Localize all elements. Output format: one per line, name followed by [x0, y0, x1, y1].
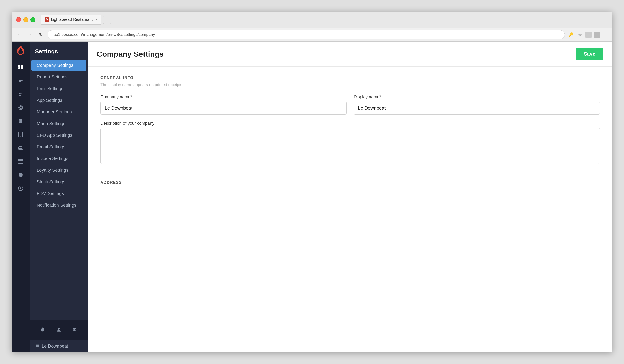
- sidebar-header: Settings: [29, 42, 88, 59]
- sidebar-item-fdm[interactable]: FDM Settings: [31, 188, 86, 199]
- company-name-group: Company name*: [101, 94, 346, 115]
- svg-point-9: [19, 105, 23, 110]
- general-info-section: GENERAL INFO The display name appears on…: [88, 67, 612, 173]
- rail-tablet-icon[interactable]: [15, 129, 26, 140]
- general-info-desc: The display name appears on printed rece…: [101, 82, 600, 87]
- description-textarea[interactable]: [101, 128, 600, 164]
- description-label: Description of your company: [101, 121, 600, 126]
- traffic-lights: [16, 17, 35, 22]
- svg-point-7: [19, 93, 21, 94]
- rail-settings-icon[interactable]: [15, 169, 26, 181]
- app-layout: Settings Company Settings Report Setting…: [12, 42, 612, 352]
- rail-contacts-icon[interactable]: [15, 88, 26, 100]
- svg-rect-2: [18, 67, 20, 70]
- description-group: Description of your company: [101, 121, 600, 164]
- sidebar-item-email[interactable]: Email Settings: [31, 141, 86, 153]
- sidebar-footer: Le Downbeat: [29, 340, 88, 352]
- company-name-input[interactable]: [101, 102, 346, 115]
- save-button[interactable]: Save: [576, 48, 603, 60]
- svg-rect-17: [18, 160, 23, 161]
- tab-close-icon[interactable]: ×: [96, 18, 98, 22]
- svg-rect-6: [19, 81, 21, 82]
- sidebar-item-report[interactable]: Report Settings: [31, 71, 86, 83]
- back-button[interactable]: ←: [15, 31, 23, 39]
- location-name: Le Downbeat: [42, 344, 68, 349]
- address-section: ADDRESS: [88, 173, 612, 189]
- sidebar-item-loyalty[interactable]: Loyalty Settings: [31, 164, 86, 176]
- display-name-group: Display name*: [354, 94, 600, 115]
- sidebar-item-notification[interactable]: Notification Settings: [31, 200, 86, 211]
- main-content: Company Settings Save GENERAL INFO The d…: [88, 42, 612, 352]
- page-header: Company Settings Save: [88, 42, 612, 67]
- company-name-label: Company name*: [101, 94, 346, 99]
- address-section-title: ADDRESS: [101, 180, 600, 185]
- more-menu-icon[interactable]: ⋮: [601, 31, 609, 38]
- shield-icon: [594, 32, 600, 38]
- navbar: ← → ↻ nae1.posios.com/management/en-US/#…: [12, 28, 612, 42]
- sidebar-item-manager[interactable]: Manager Settings: [31, 106, 86, 118]
- maximize-button[interactable]: [30, 17, 35, 22]
- new-tab-area: [103, 16, 111, 24]
- nav-icons: 🔑 ☆ ⋮: [568, 31, 609, 38]
- tab-title: Lightspread Restaurant: [51, 17, 93, 22]
- sidebar-item-invoice[interactable]: Invoice Settings: [31, 153, 86, 164]
- svg-point-12: [20, 136, 21, 136]
- display-name-input[interactable]: [354, 102, 600, 115]
- svg-rect-15: [19, 148, 22, 150]
- sidebar-nav: Company Settings Report Settings Print S…: [29, 59, 88, 320]
- sidebar-item-company[interactable]: Company Settings: [31, 60, 86, 71]
- svg-rect-4: [19, 79, 23, 79]
- star-icon[interactable]: ☆: [576, 31, 584, 38]
- active-tab[interactable]: Lightspread Restaurant ×: [41, 15, 101, 25]
- forward-button[interactable]: →: [26, 31, 34, 39]
- key-icon: 🔑: [568, 31, 575, 38]
- sidebar: Settings Company Settings Report Setting…: [29, 42, 88, 352]
- icon-rail: [12, 42, 29, 352]
- general-info-title: GENERAL INFO: [101, 76, 600, 80]
- name-fields-row: Company name* Display name*: [101, 94, 600, 115]
- tab-favicon: [45, 18, 49, 22]
- address-bar[interactable]: nae1.posios.com/management/en-US/#/setti…: [48, 30, 565, 39]
- sidebar-item-print[interactable]: Print Settings: [31, 83, 86, 94]
- app-logo: [15, 45, 26, 57]
- tab-area: Lightspread Restaurant ×: [41, 15, 111, 25]
- rail-help-icon[interactable]: [15, 182, 26, 194]
- rail-card-icon[interactable]: [15, 156, 26, 167]
- rail-layers-icon[interactable]: [15, 115, 26, 127]
- rail-printer-icon[interactable]: [15, 142, 26, 154]
- rail-dashboard-icon[interactable]: [15, 61, 26, 73]
- svg-rect-1: [21, 65, 23, 67]
- rail-orders-icon[interactable]: [15, 75, 26, 86]
- store-icon[interactable]: [69, 324, 80, 335]
- page-title: Company Settings: [97, 50, 164, 58]
- url-text: nae1.posios.com/management/en-US/#/setti…: [51, 32, 155, 37]
- extension-icon: [585, 32, 592, 38]
- bell-icon[interactable]: [37, 324, 48, 335]
- sidebar-item-app[interactable]: App Settings: [31, 95, 86, 106]
- display-name-label: Display name*: [354, 94, 600, 99]
- titlebar: Lightspread Restaurant ×: [12, 12, 612, 28]
- sidebar-item-menu[interactable]: Menu Settings: [31, 118, 86, 129]
- close-button[interactable]: [16, 17, 21, 22]
- svg-rect-0: [18, 65, 20, 67]
- user-icon[interactable]: [53, 324, 64, 335]
- browser-window: Lightspread Restaurant × ← → ↻ nae1.posi…: [12, 12, 612, 352]
- refresh-button[interactable]: ↻: [37, 31, 45, 39]
- sidebar-item-cfd[interactable]: CFD App Settings: [31, 130, 86, 141]
- svg-rect-5: [19, 80, 23, 81]
- rail-loyalty-icon[interactable]: [15, 102, 26, 113]
- sidebar-item-stock[interactable]: Stock Settings: [31, 176, 86, 188]
- sidebar-bottom-icons: [29, 320, 88, 340]
- page-body[interactable]: GENERAL INFO The display name appears on…: [88, 67, 612, 352]
- svg-point-8: [21, 93, 22, 94]
- svg-point-10: [20, 106, 22, 109]
- svg-rect-3: [21, 67, 23, 70]
- minimize-button[interactable]: [23, 17, 28, 22]
